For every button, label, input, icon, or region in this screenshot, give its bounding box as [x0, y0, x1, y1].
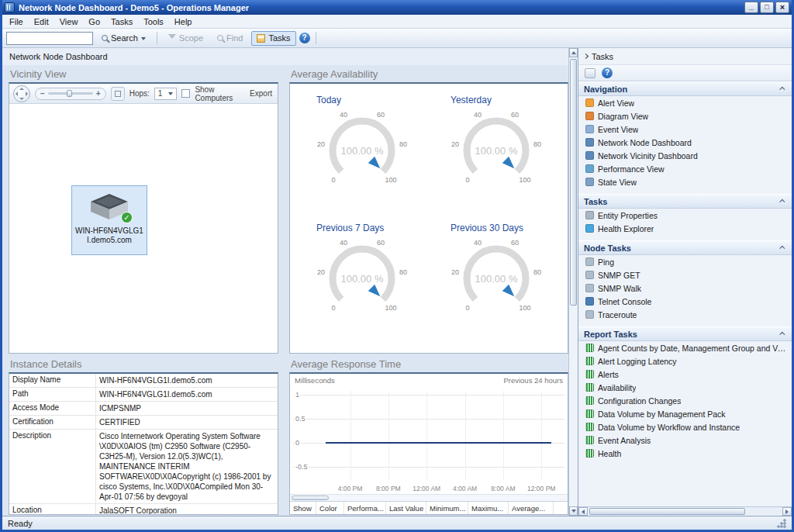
collapse-icon[interactable]: [779, 332, 785, 337]
task-item-configuration-changes[interactable]: Configuration Changes: [578, 394, 792, 407]
menu-go[interactable]: Go: [83, 16, 105, 28]
section-header-navigation[interactable]: Navigation: [578, 81, 792, 96]
help-icon[interactable]: [602, 67, 613, 78]
legend-column-header[interactable]: Performa...: [344, 502, 386, 514]
help-icon[interactable]: [299, 33, 310, 43]
task-item-alert-view[interactable]: Alert View: [578, 96, 792, 109]
scroll-left-icon[interactable]: [578, 507, 588, 516]
section-header-tasks[interactable]: Tasks: [578, 194, 792, 209]
task-item-event-analysis[interactable]: Event Analysis: [578, 434, 792, 447]
task-item-snmp-get[interactable]: SNMP GET: [578, 268, 792, 282]
scroll-right-icon[interactable]: [782, 507, 792, 516]
hops-select[interactable]: 1: [154, 88, 178, 100]
network-node[interactable]: WIN-HF6N4VGLG1I.demo5.com: [71, 185, 147, 255]
section-header-report-tasks[interactable]: Report Tasks: [578, 326, 792, 341]
menu-tools[interactable]: Tools: [138, 16, 169, 28]
legend-column-header[interactable]: Maximu...: [468, 502, 509, 514]
task-item-agent-counts-by-date-management-group-and-version[interactable]: Agent Counts by Date, Management Group a…: [578, 341, 792, 354]
show-computers-checkbox[interactable]: [181, 89, 190, 98]
task-item-health-explorer[interactable]: Health Explorer: [578, 222, 792, 235]
resize-grip-icon[interactable]: [777, 519, 786, 528]
zoom-slider[interactable]: [48, 92, 93, 95]
hops-value: 1: [158, 89, 163, 98]
scrollbar-thumb[interactable]: [570, 59, 577, 306]
task-item-traceroute[interactable]: Traceroute: [578, 308, 792, 321]
response-time-series-line: [326, 442, 551, 444]
scroll-down-icon[interactable]: [569, 506, 578, 516]
gauge-period-label: Previous 7 Days: [295, 223, 384, 233]
scroll-up-icon[interactable]: [569, 48, 578, 57]
x-gridline: [541, 391, 542, 480]
menu-help[interactable]: Help: [169, 16, 198, 28]
gauge-tick-label: 80: [533, 140, 540, 148]
search-button[interactable]: Search: [96, 31, 151, 46]
zoom-out-icon[interactable]: [40, 89, 45, 98]
legend-column-header[interactable]: Minimum...: [426, 502, 468, 514]
instance-table: Display NameWIN-HF6N4VGLG1I.demo5.comPat…: [9, 374, 278, 514]
task-item-alert-logging-latency[interactable]: Alert Logging Latency: [578, 354, 792, 368]
task-item-data-volume-by-management-pack[interactable]: Data Volume by Management Pack: [578, 407, 792, 420]
tasks-button[interactable]: Tasks: [251, 31, 295, 46]
task-item-telnet-console[interactable]: Telnet Console: [578, 295, 792, 308]
task-item-entity-properties[interactable]: Entity Properties: [578, 209, 792, 222]
report-icon: [585, 436, 594, 444]
performance-view-icon: [585, 164, 594, 173]
pan-right-icon[interactable]: [26, 92, 28, 96]
title-bar[interactable]: Network Node Dashboard - Demo5 - Operati…: [2, 0, 792, 15]
main-vertical-scrollbar[interactable]: [568, 48, 578, 516]
pane-options-icon[interactable]: [585, 68, 596, 78]
scrollbar-track[interactable]: [588, 507, 782, 516]
task-item-snmp-walk[interactable]: SNMP Walk: [578, 282, 792, 295]
scrollbar-thumb[interactable]: [589, 508, 745, 515]
legend-column-header[interactable]: Color: [316, 502, 344, 514]
task-item-performance-view[interactable]: Performance View: [578, 162, 792, 175]
collapse-icon[interactable]: [779, 87, 785, 92]
fit-to-view-button[interactable]: [111, 87, 125, 101]
minimize-button[interactable]: [744, 2, 758, 13]
task-item-event-view[interactable]: Event View: [578, 123, 792, 136]
task-item-alerts[interactable]: Alerts: [578, 368, 792, 381]
tasks-pane-horizontal-scrollbar[interactable]: [578, 506, 792, 516]
export-button[interactable]: Export: [250, 89, 274, 98]
y-tick-label: 1: [295, 391, 300, 399]
search-input[interactable]: [6, 32, 93, 45]
gauge-tick-label: 20: [316, 140, 324, 148]
menu-edit[interactable]: Edit: [29, 16, 54, 28]
maximize-button[interactable]: [760, 2, 774, 13]
tasks-pane-header[interactable]: Tasks: [578, 48, 792, 64]
legend-column-header[interactable]: Show: [290, 502, 316, 514]
section-header-node-tasks[interactable]: Node Tasks: [578, 240, 792, 255]
legend-column-header[interactable]: Average...: [509, 502, 554, 514]
menu-file[interactable]: File: [4, 16, 29, 28]
task-item-ping[interactable]: Ping: [578, 255, 792, 268]
scrollbar-track[interactable]: [569, 57, 578, 506]
task-item-state-view[interactable]: State View: [578, 175, 792, 188]
task-item-data-volume-by-workflow-and-instance[interactable]: Data Volume by Workflow and Instance: [578, 420, 792, 434]
chart-horizontal-scrollbar[interactable]: [290, 494, 568, 501]
menu-tasks[interactable]: Tasks: [105, 16, 138, 28]
menu-view[interactable]: View: [54, 16, 84, 28]
zoom-in-icon[interactable]: [96, 89, 101, 98]
task-item-health[interactable]: Health: [578, 447, 792, 460]
collapse-icon[interactable]: [779, 199, 785, 205]
pan-up-icon[interactable]: [19, 88, 24, 90]
task-item-label: Performance View: [598, 164, 665, 174]
task-item-label: Telnet Console: [598, 297, 651, 306]
traceroute-icon: [585, 310, 594, 319]
task-item-availability[interactable]: Availability: [578, 381, 792, 394]
task-item-diagram-view[interactable]: Diagram View: [578, 109, 792, 123]
app-window: Network Node Dashboard - Demo5 - Operati…: [0, 0, 794, 532]
scrollbar-thumb[interactable]: [292, 496, 329, 500]
pan-left-icon[interactable]: [16, 92, 18, 96]
close-button[interactable]: [775, 2, 789, 13]
content-area: Network Node Dashboard Vicinity View: [2, 48, 792, 516]
pan-control[interactable]: [13, 85, 30, 102]
pan-down-icon[interactable]: [19, 98, 24, 100]
task-item-label: Alert View: [598, 98, 634, 108]
task-item-network-node-dashboard[interactable]: Network Node Dashboard: [578, 136, 792, 149]
task-item-network-vicinity-dashboard[interactable]: Network Vicinity Dashboard: [578, 149, 792, 162]
collapse-icon[interactable]: [779, 246, 785, 251]
zoom-slider-thumb[interactable]: [67, 90, 72, 97]
chevron-down-icon: [168, 92, 173, 98]
legend-column-header[interactable]: Last Value: [386, 502, 426, 514]
